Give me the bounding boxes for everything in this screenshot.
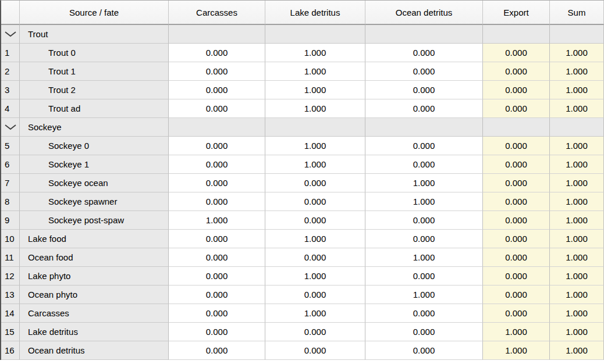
editable-value-cell[interactable]: 0.000 — [169, 44, 265, 62]
table-row: 6Sockeye 10.0001.0000.0000.0001.000 — [1, 155, 604, 174]
row-label-cell[interactable]: Trout 1 — [20, 62, 169, 81]
computed-value-cell: 1.000 — [550, 341, 604, 360]
editable-value-cell[interactable]: 0.000 — [365, 44, 483, 62]
editable-value-cell[interactable]: 0.000 — [169, 323, 265, 341]
row-number-cell: 7 — [1, 174, 20, 192]
header-row: Source / fateCarcassesLake detritusOcean… — [1, 1, 604, 25]
table-row: 9Sockeye post-spaw1.0000.0000.0000.0001.… — [1, 211, 604, 230]
editable-value-cell[interactable]: 0.000 — [169, 230, 265, 248]
row-label-cell[interactable]: Sockeye 0 — [20, 137, 169, 155]
editable-value-cell[interactable]: 0.000 — [169, 286, 265, 304]
editable-value-cell[interactable]: 0.000 — [365, 230, 483, 248]
computed-value-cell: 0.000 — [483, 248, 550, 267]
editable-value-cell[interactable]: 0.000 — [169, 174, 265, 192]
row-label-cell[interactable]: Lake food — [20, 230, 169, 248]
editable-value-cell[interactable]: 1.000 — [265, 155, 365, 174]
row-number-cell: 3 — [1, 81, 20, 99]
editable-value-cell[interactable]: 0.000 — [169, 267, 265, 286]
editable-value-cell[interactable]: 0.000 — [169, 62, 265, 81]
computed-value-cell: 0.000 — [483, 155, 550, 174]
editable-value-cell[interactable]: 1.000 — [365, 174, 483, 192]
editable-value-cell[interactable]: 0.000 — [169, 248, 265, 267]
table-row: 5Sockeye 00.0001.0000.0000.0001.000 — [1, 137, 604, 155]
computed-value-cell: 0.000 — [483, 137, 550, 155]
editable-value-cell[interactable]: 0.000 — [365, 341, 483, 360]
editable-value-cell[interactable]: 0.000 — [365, 62, 483, 81]
editable-value-cell[interactable]: 0.000 — [265, 192, 365, 211]
editable-value-cell[interactable]: 1.000 — [169, 211, 265, 230]
computed-value-cell: 0.000 — [483, 62, 550, 81]
computed-value-cell: 0.000 — [483, 267, 550, 286]
editable-value-cell[interactable]: 1.000 — [365, 248, 483, 267]
column-header-sum: Sum — [550, 1, 604, 25]
editable-value-cell[interactable]: 1.000 — [365, 286, 483, 304]
editable-value-cell[interactable]: 1.000 — [265, 137, 365, 155]
editable-value-cell[interactable]: 0.000 — [265, 174, 365, 192]
editable-value-cell[interactable]: 0.000 — [169, 341, 265, 360]
editable-value-cell[interactable]: 0.000 — [365, 137, 483, 155]
editable-value-cell[interactable]: 0.000 — [365, 304, 483, 323]
chevron-down-icon[interactable] — [1, 25, 19, 43]
computed-value-cell: 0.000 — [483, 304, 550, 323]
row-label-cell[interactable]: Lake detritus — [20, 323, 169, 341]
row-number-cell: 15 — [1, 323, 20, 341]
editable-value-cell[interactable]: 0.000 — [365, 267, 483, 286]
editable-value-cell[interactable]: 1.000 — [265, 267, 365, 286]
row-label-cell[interactable]: Trout 2 — [20, 81, 169, 99]
row-label-cell[interactable]: Sockeye 1 — [20, 155, 169, 174]
column-header-lake-detritus: Lake detritus — [265, 1, 365, 25]
editable-value-cell[interactable]: 1.000 — [265, 304, 365, 323]
row-label-cell[interactable]: Sockeye spawner — [20, 192, 169, 211]
computed-value-cell: 1.000 — [550, 62, 604, 81]
editable-value-cell[interactable]: 1.000 — [265, 44, 365, 62]
group-empty-cell — [265, 25, 365, 44]
table-row: 10Lake food0.0001.0000.0000.0001.000 — [1, 230, 604, 248]
editable-value-cell[interactable]: 0.000 — [265, 286, 365, 304]
group-empty-cell — [265, 118, 365, 137]
editable-value-cell[interactable]: 0.000 — [169, 155, 265, 174]
row-number-cell: 16 — [1, 341, 20, 360]
editable-value-cell[interactable]: 0.000 — [365, 211, 483, 230]
editable-value-cell[interactable]: 0.000 — [265, 341, 365, 360]
row-label-cell[interactable]: Sockeye post-spaw — [20, 211, 169, 230]
row-number-cell: 11 — [1, 248, 20, 267]
editable-value-cell[interactable]: 0.000 — [169, 99, 265, 118]
editable-value-cell[interactable]: 0.000 — [169, 81, 265, 99]
editable-value-cell[interactable]: 0.000 — [265, 323, 365, 341]
editable-value-cell[interactable]: 0.000 — [365, 99, 483, 118]
group-label-cell: Sockeye — [20, 118, 169, 137]
row-expander-cell[interactable] — [1, 25, 20, 44]
column-header-export: Export — [483, 1, 550, 25]
row-label-cell[interactable]: Trout 0 — [20, 44, 169, 62]
editable-value-cell[interactable]: 1.000 — [265, 230, 365, 248]
computed-value-cell: 0.000 — [483, 192, 550, 211]
editable-value-cell[interactable]: 0.000 — [365, 81, 483, 99]
table-row: 15Lake detritus0.0000.0000.0001.0001.000 — [1, 323, 604, 341]
editable-value-cell[interactable]: 0.000 — [265, 211, 365, 230]
editable-value-cell[interactable]: 1.000 — [265, 99, 365, 118]
computed-value-cell: 1.000 — [550, 211, 604, 230]
editable-value-cell[interactable]: 1.000 — [265, 62, 365, 81]
editable-value-cell[interactable]: 0.000 — [365, 323, 483, 341]
computed-value-cell: 1.000 — [550, 174, 604, 192]
computed-value-cell: 1.000 — [550, 230, 604, 248]
row-label-cell[interactable]: Lake phyto — [20, 267, 169, 286]
row-label-cell[interactable]: Carcasses — [20, 304, 169, 323]
editable-value-cell[interactable]: 1.000 — [365, 192, 483, 211]
row-number-cell: 9 — [1, 211, 20, 230]
editable-value-cell[interactable]: 0.000 — [265, 248, 365, 267]
row-expander-cell[interactable] — [1, 118, 20, 137]
editable-value-cell[interactable]: 0.000 — [169, 192, 265, 211]
row-label-cell[interactable]: Ocean food — [20, 248, 169, 267]
row-label-cell[interactable]: Ocean phyto — [20, 286, 169, 304]
editable-value-cell[interactable]: 1.000 — [265, 81, 365, 99]
chevron-down-icon[interactable] — [1, 118, 19, 136]
editable-value-cell[interactable]: 0.000 — [169, 304, 265, 323]
row-label-cell[interactable]: Trout ad — [20, 99, 169, 118]
editable-value-cell[interactable]: 0.000 — [365, 155, 483, 174]
table-row: 13Ocean phyto0.0000.0001.0000.0001.000 — [1, 286, 604, 304]
row-label-cell[interactable]: Sockeye ocean — [20, 174, 169, 192]
row-label-cell[interactable]: Ocean detritus — [20, 341, 169, 360]
editable-value-cell[interactable]: 0.000 — [169, 137, 265, 155]
group-empty-cell — [169, 118, 265, 137]
